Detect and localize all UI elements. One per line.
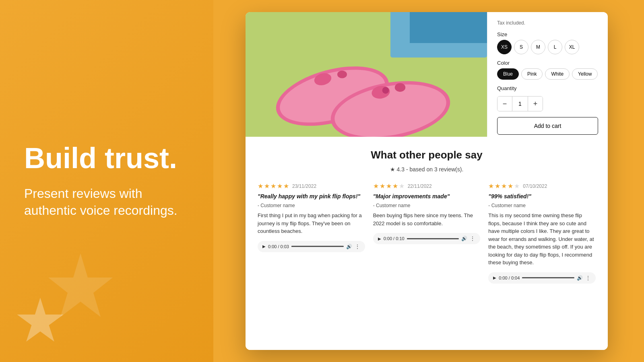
review-stars-row-2: ★ ★ ★ ★ ★ 22/11/2022 <box>373 182 481 190</box>
size-s[interactable]: S <box>514 40 528 54</box>
audio-player-1: ▶ 0:00 / 0:03 🔊 ⋮ <box>258 241 365 252</box>
audio-progress-3 <box>522 277 574 278</box>
color-section: Color Blue Pink White Yellow <box>497 60 598 80</box>
audio-progress-fill-1 <box>291 246 307 247</box>
review-card-2: ★ ★ ★ ★ ★ 22/11/2022 "Major improvements… <box>373 182 481 284</box>
star-3-3: ★ <box>501 182 507 190</box>
review-title-3: "99% satisfied!" <box>488 193 596 200</box>
star-2-2: ★ <box>380 182 385 190</box>
review-card-3: ★ ★ ★ ★ ★ 07/10/2022 "99% satisfied!" - … <box>488 182 596 284</box>
review-card-1: ★ ★ ★ ★ ★ 23/11/2022 "Really happy with … <box>258 182 365 284</box>
review-body-1: First thing I put in my bag when packing… <box>258 212 365 235</box>
reviews-summary: ★ 4.3 - based on 3 review(s). <box>258 166 596 173</box>
svg-rect-4 <box>410 12 487 43</box>
product-image <box>246 12 487 137</box>
audio-progress-fill-2 <box>407 238 423 239</box>
color-pink[interactable]: Pink <box>521 68 543 80</box>
audio-progress-fill-3 <box>522 277 538 278</box>
color-label: Color <box>497 60 598 66</box>
quantity-section: Quantity − + <box>497 85 598 111</box>
svg-point-12 <box>395 83 405 92</box>
audio-time-3: 0:00 / 0:04 <box>499 276 520 280</box>
more-options-icon-1[interactable]: ⋮ <box>355 243 360 250</box>
quantity-input[interactable] <box>512 97 528 111</box>
reviews-section: What other people say ★ 4.3 - based on 3… <box>246 137 608 350</box>
star-3-2: ★ <box>495 182 500 190</box>
quantity-control: − + <box>497 96 543 111</box>
size-section: Size XS S M L XL <box>497 31 598 54</box>
review-body-3: This is my second time owning these flip… <box>488 212 596 267</box>
reviews-grid: ★ ★ ★ ★ ★ 23/11/2022 "Really happy with … <box>258 182 596 284</box>
svg-point-13 <box>382 87 389 94</box>
reviews-title: What other people say <box>258 149 596 161</box>
review-author-3: - Customer name <box>488 203 596 208</box>
star-1-2: ★ <box>264 182 270 190</box>
more-options-icon-3[interactable]: ⋮ <box>585 275 591 281</box>
audio-progress-2 <box>407 238 459 239</box>
more-options-icon-2[interactable]: ⋮ <box>470 235 475 242</box>
right-area: Tax included. Size XS S M L XL Color <box>213 0 644 362</box>
size-l[interactable]: L <box>548 40 562 54</box>
subtext: Present reviews with authentic voice rec… <box>24 185 189 219</box>
star-2-5: ★ <box>399 182 405 190</box>
audio-progress-1 <box>291 246 344 247</box>
review-body-2: Been buying flips here since my teens. T… <box>373 212 481 227</box>
quantity-decrease-button[interactable]: − <box>497 97 512 111</box>
star-3-1: ★ <box>488 182 494 190</box>
review-stars-row-3: ★ ★ ★ ★ ★ 07/10/2022 <box>488 182 596 190</box>
audio-player-3: ▶ 0:00 / 0:04 🔊 ⋮ <box>488 272 596 284</box>
review-author-2: - Customer name <box>373 203 481 208</box>
quantity-increase-button[interactable]: + <box>528 97 543 111</box>
svg-point-8 <box>337 70 347 78</box>
volume-icon-3[interactable]: 🔊 <box>577 275 583 281</box>
audio-time-1: 0:00 / 0:03 <box>268 244 289 249</box>
quantity-label: Quantity <box>497 85 598 91</box>
flip-flop-svg <box>246 12 487 137</box>
review-date-2: 22/11/2022 <box>408 183 432 189</box>
size-xl[interactable]: XL <box>565 40 579 54</box>
add-to-cart-button[interactable]: Add to cart <box>497 117 598 135</box>
svg-marker-0 <box>17 298 63 341</box>
review-date-1: 23/11/2022 <box>292 183 316 189</box>
star-2-1: ★ <box>373 182 379 190</box>
stars-2: ★ ★ ★ ★ ★ <box>373 182 405 190</box>
star-1-3: ★ <box>270 182 276 190</box>
play-button-2[interactable]: ▶ <box>378 237 381 241</box>
product-section: Tax included. Size XS S M L XL Color <box>246 12 608 137</box>
play-button-1[interactable]: ▶ <box>262 244 266 249</box>
tax-included-label: Tax included. <box>497 20 598 26</box>
star-1-5: ★ <box>283 182 289 190</box>
size-label: Size <box>497 31 598 37</box>
audio-time-2: 0:00 / 0:10 <box>384 236 405 241</box>
star-3-4: ★ <box>508 182 513 190</box>
volume-icon-2[interactable]: 🔊 <box>461 236 467 241</box>
star-2-3: ★ <box>386 182 392 190</box>
color-white[interactable]: White <box>545 68 570 80</box>
headline: Build trust. <box>24 143 189 174</box>
star-1-1: ★ <box>258 182 263 190</box>
play-button-3[interactable]: ▶ <box>493 276 496 280</box>
color-options: Blue Pink White Yellow <box>497 68 598 80</box>
product-controls: Tax included. Size XS S M L XL Color <box>487 12 608 137</box>
color-yellow[interactable]: Yellow <box>572 68 598 80</box>
review-date-3: 07/10/2022 <box>523 183 547 189</box>
star-3-5: ★ <box>514 182 520 190</box>
stars-1: ★ ★ ★ ★ ★ <box>258 182 289 190</box>
stars-3: ★ ★ ★ ★ ★ <box>488 182 520 190</box>
star-2-4: ★ <box>392 182 398 190</box>
review-title-1: "Really happy with my pink flip flops!" <box>258 193 365 200</box>
deco-star-icon <box>16 298 64 346</box>
review-stars-row-1: ★ ★ ★ ★ ★ 23/11/2022 <box>258 182 365 190</box>
size-options: XS S M L XL <box>497 40 598 54</box>
product-image-area <box>246 12 487 137</box>
review-title-2: "Major improvements made" <box>373 193 481 200</box>
volume-icon-1[interactable]: 🔊 <box>346 244 352 249</box>
left-panel: Build trust. Present reviews with authen… <box>0 0 213 362</box>
size-xs[interactable]: XS <box>497 40 512 54</box>
size-m[interactable]: M <box>531 40 545 54</box>
review-author-1: - Customer name <box>258 203 365 208</box>
star-1-4: ★ <box>277 182 283 190</box>
browser-window: Tax included. Size XS S M L XL Color <box>246 12 608 350</box>
audio-player-2: ▶ 0:00 / 0:10 🔊 ⋮ <box>373 233 481 244</box>
color-blue[interactable]: Blue <box>497 68 519 80</box>
